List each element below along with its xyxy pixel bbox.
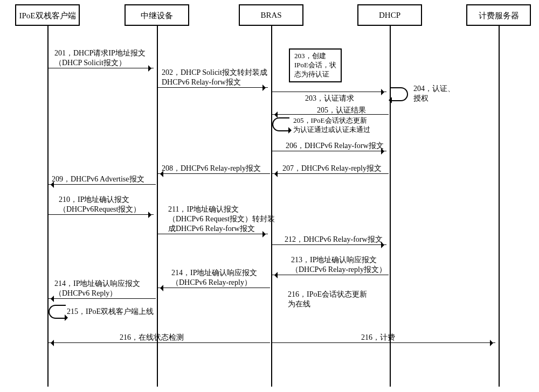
msg-209 bbox=[49, 184, 156, 185]
msg-214-relay-label: 214，IP地址确认响应报文 （DHCPv6 Relay-reply） bbox=[171, 268, 257, 288]
msg-205-self-label: 205，IPoE会话状态更新 为认证通过或认证未通过 bbox=[293, 116, 370, 135]
actor-dhcp: DHCP bbox=[357, 4, 422, 26]
msg-201 bbox=[49, 68, 154, 68]
text: 授权 bbox=[413, 94, 455, 103]
actor-label: DHCP bbox=[379, 11, 400, 19]
msg-208 bbox=[158, 173, 270, 174]
msg-216-detect bbox=[49, 342, 270, 343]
msg-212-label: 212，DHCPv6 Relay-forw报文 bbox=[285, 235, 383, 244]
msg-216-bill bbox=[272, 342, 495, 343]
sequence-diagram: IPoE双栈客户端 中继设备 BRAS DHCP 计费服务器 201，DHCP请… bbox=[0, 0, 539, 392]
actor-client: IPoE双栈客户端 bbox=[15, 4, 80, 26]
text: IPoE会话，状 bbox=[294, 61, 336, 70]
msg-209-label: 209，DHCPv6 Advertise报文 bbox=[52, 174, 144, 184]
actor-bras: BRAS bbox=[239, 4, 303, 26]
msg-214-relay bbox=[158, 288, 270, 288]
text: 201，DHCP请求IP地址报文 bbox=[54, 48, 146, 58]
text: （DHCPv6 Reply） bbox=[54, 289, 140, 298]
msg-211-label: 211，IP地址确认报文 （DHCPv6 Request报文）转封装 成DHCP… bbox=[168, 205, 275, 234]
msg-205-self bbox=[272, 117, 289, 131]
lifeline-billing bbox=[499, 26, 500, 387]
msg-215-label: 215，IPoE双栈客户端上线 bbox=[67, 307, 154, 317]
actor-label: 计费服务器 bbox=[479, 11, 519, 20]
actor-billing: 计费服务器 bbox=[466, 4, 531, 26]
msg-201-label: 201，DHCP请求IP地址报文 （DHCP Solicit报文） bbox=[54, 48, 146, 68]
text: 为在线 bbox=[288, 299, 367, 309]
msg-215-self bbox=[49, 305, 66, 319]
text: 202，DHCP Solicit报文转封装成 bbox=[162, 68, 267, 78]
text: 204，认证、 bbox=[413, 84, 455, 94]
msg-203-auth bbox=[272, 92, 386, 92]
text: 为认证通过或认证未通过 bbox=[293, 125, 370, 135]
text: （DHCP Solicit报文） bbox=[54, 58, 146, 68]
msg-202 bbox=[158, 87, 268, 88]
text: DHCPv6 Relay-forw报文 bbox=[162, 78, 267, 87]
msg-204-label: 204，认证、 授权 bbox=[413, 84, 455, 103]
text: （DHCPv6Request报文） bbox=[59, 205, 141, 214]
text: （DHCPv6 Relay-reply） bbox=[171, 278, 257, 288]
text: 成DHCPv6 Relay-forw报文 bbox=[168, 224, 275, 234]
msg-210 bbox=[49, 214, 154, 215]
text: 214，IP地址确认响应报文 bbox=[171, 268, 257, 278]
text: （DHCPv6 Request报文）转封装 bbox=[168, 214, 275, 224]
text: 211，IP地址确认报文 bbox=[168, 205, 275, 214]
actor-label: BRAS bbox=[260, 11, 281, 19]
lifeline-client bbox=[47, 26, 49, 387]
msg-203-create: 203，创建 IPoE会话，状 态为待认证 bbox=[289, 48, 342, 82]
msg-206-label: 206，DHCPv6 Relay-forw报文 bbox=[286, 141, 384, 151]
text: 205，IPoE会话状态更新 bbox=[293, 116, 370, 125]
msg-207 bbox=[272, 173, 389, 174]
msg-202-label: 202，DHCP Solicit报文转封装成 DHCPv6 Relay-forw… bbox=[162, 68, 267, 87]
text: 210，IP地址确认报文 bbox=[59, 195, 141, 205]
text: （DHCPv6 Relay-reply报文） bbox=[291, 265, 386, 275]
msg-206 bbox=[272, 151, 386, 151]
actor-label: 中继设备 bbox=[141, 11, 173, 20]
text: 203，创建 bbox=[294, 52, 336, 61]
text: 213，IP地址确认响应报文 bbox=[291, 255, 386, 265]
text: 态为待认证 bbox=[294, 70, 336, 79]
msg-205-label: 205，认证结果 bbox=[317, 106, 366, 115]
msg-214-client-label: 214，IP地址确认响应报文 （DHCPv6 Reply） bbox=[54, 279, 140, 298]
text: 216，IPoE会话状态更新 bbox=[288, 290, 367, 299]
msg-208-label: 208，DHCPv6 Relay-reply报文 bbox=[162, 164, 261, 173]
msg-216-bill-label: 216，计费 bbox=[361, 333, 395, 342]
actor-relay: 中继设备 bbox=[125, 4, 189, 26]
msg-207-label: 207，DHCPv6 Relay-reply报文 bbox=[282, 164, 382, 173]
actor-label: IPoE双栈客户端 bbox=[19, 11, 76, 20]
msg-210-label: 210，IP地址确认报文 （DHCPv6Request报文） bbox=[59, 195, 141, 214]
msg-212 bbox=[272, 244, 386, 245]
msg-203-auth-label: 203，认证请求 bbox=[305, 94, 354, 103]
msg-204-selfloop bbox=[391, 87, 408, 101]
msg-214-client bbox=[49, 298, 156, 299]
msg-213-label: 213，IP地址确认响应报文 （DHCPv6 Relay-reply报文） bbox=[291, 255, 386, 275]
msg-211 bbox=[158, 234, 268, 234]
msg-216-self-label: 216，IPoE会话状态更新 为在线 bbox=[288, 290, 367, 309]
msg-213 bbox=[272, 275, 389, 275]
text: 214，IP地址确认响应报文 bbox=[54, 279, 140, 289]
msg-216-detect-label: 216，在线状态检测 bbox=[120, 333, 184, 342]
